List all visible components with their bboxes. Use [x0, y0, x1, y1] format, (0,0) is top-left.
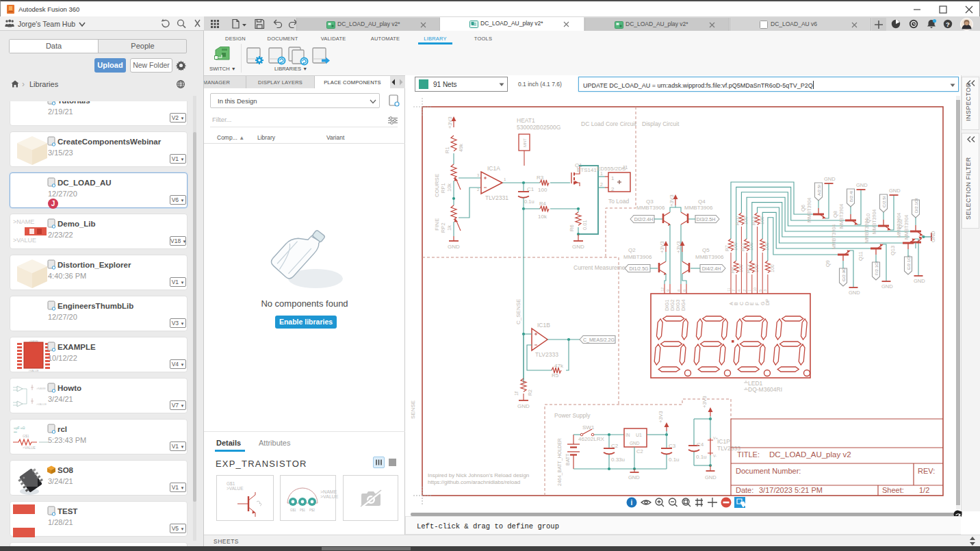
svg-text:P$2: P$2	[309, 509, 315, 512]
svg-text:GND: GND	[849, 290, 860, 296]
svg-text:6: 6	[682, 290, 686, 292]
svg-text:DQ-M3604RI: DQ-M3604RI	[748, 386, 782, 393]
svg-text:R5: R5	[552, 372, 559, 379]
svg-text:B: B	[734, 302, 738, 305]
svg-text:Q3: Q3	[646, 198, 654, 205]
svg-text:+3V3: +3V3	[675, 241, 682, 253]
svg-text:P$1: P$1	[300, 509, 306, 512]
svg-text:IC1A: IC1A	[487, 165, 500, 172]
svg-text:Q13: Q13	[890, 246, 896, 255]
svg-text:DIG3: DIG3	[675, 300, 680, 311]
svg-text:J1: J1	[622, 164, 628, 170]
svg-text:BATT: BATT	[565, 453, 570, 465]
svg-text:>NAME: >NAME	[36, 387, 46, 390]
svg-text:R6: R6	[569, 225, 575, 231]
svg-text:+3V3: +3V3	[447, 116, 453, 129]
svg-text:MMBT3904: MMBT3904	[839, 204, 844, 229]
svg-text:•••: •••	[14, 431, 17, 434]
svg-text:GND: GND	[824, 176, 836, 182]
svg-text:MNT: MNT	[523, 138, 527, 147]
svg-text:+3V3: +3V3	[658, 411, 664, 423]
svg-text:R11: R11	[740, 243, 745, 251]
svg-text:G: G	[760, 302, 765, 305]
svg-text:3/17/2023 5:21 PM: 3/17/2023 5:21 PM	[759, 486, 823, 494]
svg-text:https://github.com/arachnidlab: https://github.com/arachnidlabs/reload	[428, 479, 520, 485]
svg-text:C_SENSE: C_SENSE	[515, 299, 521, 324]
svg-text:2: 2	[743, 290, 747, 292]
svg-text:1: 1	[600, 171, 603, 176]
svg-text:F/2.1OI: F/2.1OI	[874, 261, 879, 275]
svg-text:>VALUE: >VALUE	[28, 369, 38, 372]
svg-text:V-: V-	[713, 454, 717, 458]
svg-text:2: 2	[600, 182, 603, 187]
svg-text:100: 100	[733, 242, 738, 251]
svg-text:GND: GND	[630, 441, 640, 446]
svg-text:U1: U1	[636, 433, 642, 437]
svg-text:+3V3: +3V3	[669, 194, 675, 207]
svg-text:RP1: RP1	[440, 183, 446, 193]
svg-text:R4: R4	[539, 201, 546, 207]
svg-text:IC1P: IC1P	[717, 438, 730, 445]
svg-text:46202LRX: 46202LRX	[578, 436, 604, 442]
svg-text:DI1/2.5G: DI1/2.5G	[629, 266, 648, 271]
svg-text:100: 100	[760, 216, 764, 225]
svg-text:10: 10	[753, 287, 757, 292]
svg-text:12: 12	[660, 287, 665, 292]
svg-text:10k: 10k	[538, 214, 547, 220]
svg-text:GND: GND	[881, 283, 893, 290]
svg-text:R12: R12	[746, 264, 751, 273]
svg-text:DC_LOAD_AU_play v2: DC_LOAD_AU_play v2	[769, 450, 851, 459]
svg-text:DC Load Core Circuit: DC Load Core Circuit	[581, 120, 636, 127]
svg-text:GND: GND	[914, 278, 925, 284]
svg-text:R1: R1	[444, 146, 450, 153]
svg-text:0.01: 0.01	[582, 220, 588, 230]
svg-text:MMBT3906: MMBT3906	[636, 205, 665, 211]
svg-text:Display Circuit: Display Circuit	[642, 120, 680, 127]
svg-text:DI3/2.5H: DI3/2.5H	[697, 217, 716, 222]
svg-text:GND: GND	[517, 403, 530, 409]
svg-text:Q8: Q8	[832, 211, 838, 218]
svg-text:Power Supply: Power Supply	[554, 412, 591, 419]
svg-text:i: i	[631, 499, 633, 507]
svg-text:MMBT3904: MMBT3904	[831, 225, 836, 249]
svg-text:2: 2	[611, 186, 615, 192]
svg-text:?: ?	[946, 21, 950, 28]
svg-text:MMBT3904: MMBT3904	[904, 215, 909, 240]
svg-text:G$1: G$1	[23, 434, 29, 438]
svg-text:C2: C2	[636, 448, 643, 454]
svg-text:100: 100	[738, 264, 743, 272]
svg-text:>VALUE: >VALUE	[36, 402, 47, 406]
svg-text:DIG1: DIG1	[665, 300, 669, 311]
svg-text:IC1B: IC1B	[537, 322, 550, 329]
svg-text:47k: 47k	[554, 363, 564, 369]
svg-text:0.33u: 0.33u	[611, 457, 625, 463]
svg-text:1: 1	[747, 290, 751, 292]
svg-text:DP: DP	[765, 298, 770, 305]
svg-text:Q6: Q6	[800, 205, 806, 212]
svg-text:IN: IN	[626, 433, 630, 437]
svg-text:GND: GND	[705, 474, 717, 480]
svg-text:1k: 1k	[446, 225, 452, 231]
svg-text:Q5: Q5	[702, 247, 710, 253]
svg-text:4: 4	[737, 290, 741, 292]
svg-text:GND: GND	[572, 244, 584, 250]
svg-text:B/2.4I: B/2.4I	[849, 191, 853, 202]
svg-text:D: D	[745, 302, 749, 305]
svg-text:A: A	[729, 302, 734, 305]
svg-text:0.1u: 0.1u	[696, 454, 707, 460]
svg-text:>VALUE: >VALUE	[23, 446, 36, 450]
svg-text:F: F	[755, 303, 760, 305]
svg-text:R7: R7	[725, 245, 730, 251]
svg-text:BTS141: BTS141	[577, 167, 597, 173]
svg-text:9: 9	[666, 290, 670, 292]
svg-text:C3: C3	[669, 443, 676, 449]
svg-text:1f: 1f	[514, 392, 519, 396]
svg-text:8: 8	[677, 290, 681, 292]
svg-text:V+: V+	[713, 436, 718, 440]
svg-text:GND: GND	[889, 188, 901, 194]
svg-text:100: 100	[538, 187, 547, 193]
svg-text:100: 100	[764, 242, 769, 251]
svg-text:GND: GND	[448, 244, 460, 250]
svg-text:R2: R2	[528, 389, 532, 396]
svg-text:5: 5	[758, 290, 762, 292]
